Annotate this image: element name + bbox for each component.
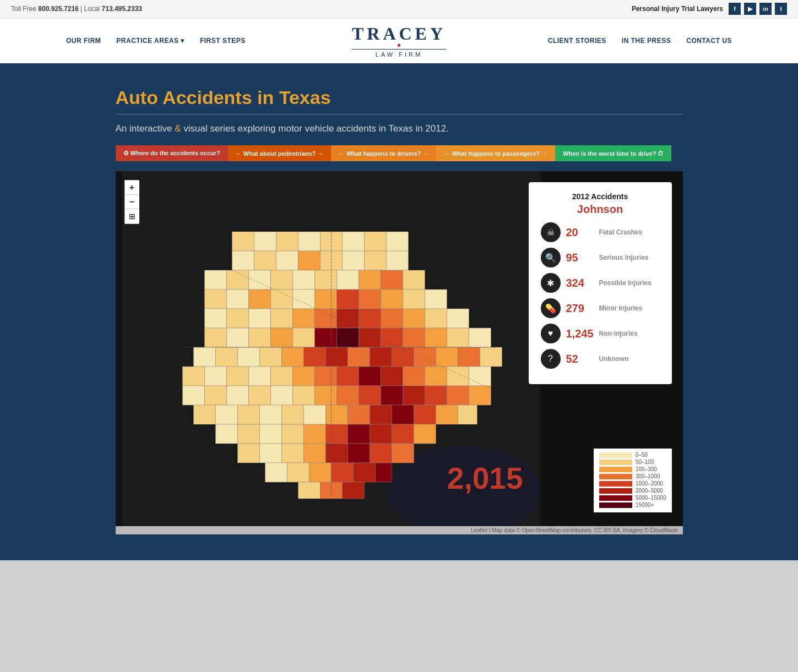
svg-rect-2 [232,232,254,251]
facebook-icon[interactable]: f [729,3,741,15]
svg-rect-145 [342,482,364,499]
top-bar: Toll Free 800.925.7216 | Local 713.495.2… [0,0,798,18]
title-divider [116,114,683,114]
svg-rect-33 [314,289,336,309]
legend: 0–5050–100100–300300–10001000–20002000–5… [594,449,672,512]
svg-rect-90 [447,367,469,386]
twitter-icon[interactable]: t [775,3,787,15]
tab-buttons: ⚙ Where do the accidents occur? ← What a… [116,145,683,161]
nav-practice-areas[interactable]: PRACTICE AREAS ▾ [116,37,184,45]
svg-rect-60 [403,328,425,347]
map-container[interactable]: + − ⊞ 2012 Accidents Johnson ☠ 20 Fatal … [116,171,683,534]
svg-rect-117 [436,405,458,424]
unknown-label: Unknown [599,355,629,363]
svg-rect-27 [403,270,425,289]
serious-label: Serious Injuries [599,254,649,261]
nav-our-firm[interactable]: OUR FIRM [66,37,101,45]
svg-rect-75 [436,347,458,367]
right-side: Personal Injury Trial Lawyers f ▶ in t [632,3,787,15]
info-card-title: 2012 Accidents [541,192,660,201]
svg-rect-132 [303,444,325,463]
svg-rect-143 [298,482,320,499]
svg-rect-29 [226,289,248,309]
svg-rect-77 [480,347,502,367]
svg-rect-124 [325,424,348,444]
attribution-text: Leaflet | Map data © OpenStreetMap contr… [471,527,678,533]
svg-rect-116 [414,405,436,424]
svg-rect-57 [336,328,359,347]
nav-right: CLIENT STORIES IN THE PRESS CONTACT US [548,37,732,45]
svg-rect-76 [458,347,480,367]
nav-left: OUR FIRM PRACTICE AREAS ▾ FIRST STEPS [66,37,246,45]
zoom-out-button[interactable]: − [125,195,139,209]
social-icons: f ▶ in t [729,3,787,15]
svg-rect-48 [403,309,425,328]
legend-row: 1000–2000 [599,480,666,487]
svg-rect-55 [292,328,314,347]
svg-rect-89 [425,367,447,386]
legend-range-label: 50–100 [636,459,654,465]
legend-range-label: 15000+ [636,502,654,508]
svg-rect-62 [447,328,469,347]
svg-rect-112 [325,405,348,424]
subtitle-post: visual series exploring motor vehicle ac… [181,123,449,134]
legend-row: 50–100 [599,459,666,465]
stat-minor-injuries: 💊 279 Minor Injuries [541,298,660,318]
legend-row: 100–300 [599,466,666,472]
svg-rect-39 [204,309,226,328]
zoom-in-button[interactable]: + [125,181,139,195]
minor-number: 279 [566,302,594,315]
svg-rect-121 [259,424,281,444]
svg-rect-91 [469,367,491,386]
nav-contact-us[interactable]: CONTACT US [686,37,732,45]
svg-rect-36 [381,289,403,309]
svg-rect-135 [370,444,392,463]
svg-rect-38 [425,289,447,309]
possible-label: Possible Injuries [599,279,652,287]
svg-rect-64 [193,347,215,367]
legend-color-swatch [599,460,632,465]
header: OUR FIRM PRACTICE AREAS ▾ FIRST STEPS TR… [0,18,798,65]
tab-worst-time[interactable]: When is the worst time to drive? ⏱ [555,145,671,161]
svg-rect-42 [270,309,292,328]
fatal-label: Fatal Crashes [599,228,643,236]
svg-rect-138 [287,463,309,482]
svg-rect-81 [248,367,270,386]
legend-color-swatch [599,481,632,487]
svg-rect-3 [254,232,276,251]
tollfree-label: Toll Free [11,5,36,13]
youtube-icon[interactable]: ▶ [744,3,756,15]
svg-rect-103 [425,386,447,405]
svg-rect-133 [325,444,348,463]
svg-rect-94 [226,386,248,405]
svg-rect-100 [359,386,381,405]
stat-possible-injuries: ✱ 324 Possible Injuries [541,273,660,293]
svg-rect-31 [270,289,292,309]
svg-rect-114 [370,405,392,424]
nav-in-the-press[interactable]: IN THE PRESS [622,37,671,45]
linkedin-icon[interactable]: in [759,3,772,15]
legend-range-label: 2000–5000 [636,488,663,494]
logo[interactable]: TRACEY • LAW FIRM [352,24,446,58]
svg-rect-129 [237,444,259,463]
stat-serious-injuries: 🔍 95 Serious Injuries [541,248,660,267]
svg-rect-69 [303,347,325,367]
svg-rect-139 [309,463,331,482]
map-attribution: Leaflet | Map data © OpenStreetMap contr… [116,526,683,534]
tab-passengers[interactable]: ← What happens to passengers? → [436,145,555,161]
svg-rect-105 [469,386,491,405]
tab-drivers[interactable]: ← What happens to drivers? → [331,145,436,161]
svg-rect-110 [281,405,303,424]
svg-rect-79 [204,367,226,386]
tab-pedestrians[interactable]: ← What about pedestrians? → [228,145,332,161]
nav-first-steps[interactable]: FIRST STEPS [200,37,246,45]
svg-rect-67 [259,347,281,367]
stat-non-injuries: ♥ 1,245 Non-injuries [541,324,660,343]
tab-accidents-occur[interactable]: ⚙ Where do the accidents occur? [116,145,228,161]
svg-rect-98 [314,386,336,405]
zoom-reset-button[interactable]: ⊞ [125,209,139,223]
svg-rect-5 [298,232,320,251]
fatal-icon: ☠ [541,222,561,242]
svg-rect-9 [386,232,408,251]
nav-client-stories[interactable]: CLIENT STORIES [548,37,606,45]
